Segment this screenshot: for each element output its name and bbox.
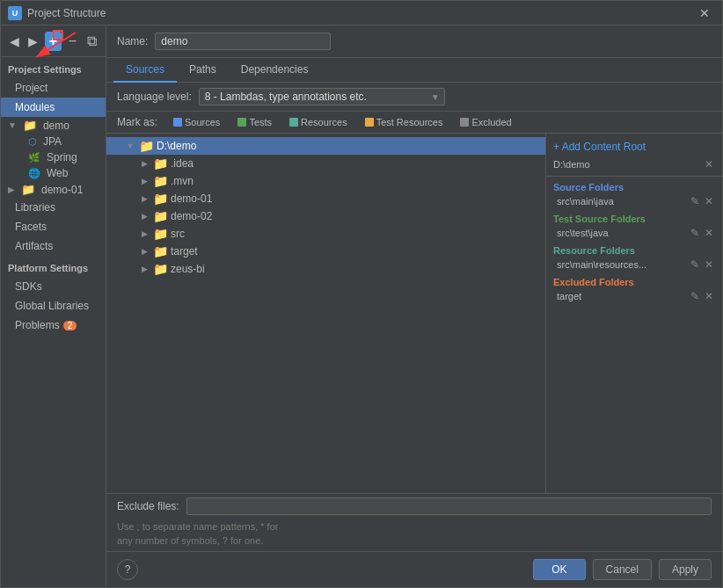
main-content: ◀ ▶ + − ⧉ Project Settings	[1, 25, 722, 587]
folder-icon-demo02: 📁	[153, 209, 168, 223]
remove-module-button[interactable]: −	[65, 32, 80, 51]
mark-sources-button[interactable]: Sources	[168, 115, 225, 129]
source-folder-actions: ✎ ✕	[689, 195, 715, 207]
resource-folder-remove-button[interactable]: ✕	[703, 258, 715, 271]
file-tree-panel: ▼ 📁 D:\demo ▶ 📁 .idea	[106, 134, 546, 493]
source-folders-header: Source Folders	[546, 177, 722, 194]
close-button[interactable]: ✕	[694, 4, 715, 22]
module-tree-web[interactable]: 🌐 Web	[1, 165, 106, 181]
mark-test-resources-button[interactable]: Test Resources	[360, 115, 449, 129]
source-folder-path: src\main\java	[557, 196, 614, 207]
exclude-label: Exclude files:	[117, 500, 179, 512]
sidebar-toolbar: ◀ ▶ + − ⧉	[1, 25, 106, 57]
tests-icon	[237, 118, 246, 127]
resource-folder-item: src\main\resources... ✎ ✕	[546, 258, 722, 272]
tree-node-root[interactable]: ▼ 📁 D:\demo	[106, 137, 545, 155]
test-source-folder-path: src\test\java	[557, 228, 609, 238]
mark-as-label: Mark as:	[117, 116, 157, 128]
lang-level-bar: Language level: 8 - Lambdas, type annota…	[106, 83, 722, 112]
problems-badge: 2	[63, 321, 77, 330]
test-folder-edit-button[interactable]: ✎	[689, 227, 701, 239]
mark-tests-button[interactable]: Tests	[232, 115, 277, 129]
tree-node-zeus-bi[interactable]: ▶ 📁 zeus-bi	[106, 260, 545, 278]
tab-paths[interactable]: Paths	[177, 58, 229, 83]
copy-module-button[interactable]: ⧉	[84, 32, 100, 51]
tab-sources[interactable]: Sources	[113, 58, 177, 83]
add-module-button[interactable]: +	[45, 32, 62, 51]
tree-node-demo02[interactable]: ▶ 📁 demo-02	[106, 207, 545, 225]
test-source-folder-actions: ✎ ✕	[689, 227, 715, 239]
tree-toggle-zeus-bi[interactable]: ▶	[138, 263, 150, 275]
test-source-folders-header: Test Source Folders	[546, 208, 722, 226]
language-level-wrapper: 8 - Lambdas, type annotations etc. 11 - …	[199, 88, 445, 105]
sidebar-item-problems[interactable]: Problems 2	[1, 316, 106, 335]
root-path-text: D:\demo	[553, 159, 590, 170]
title-bar: U Project Structure ✕	[1, 1, 722, 25]
module-tree-spring[interactable]: 🌿 Spring	[1, 149, 106, 165]
sidebar-item-sdks[interactable]: SDKs	[1, 277, 106, 296]
mark-excluded-button[interactable]: Excluded	[455, 115, 516, 129]
excluded-folder-path: target	[557, 291, 581, 301]
tree-toggle-src[interactable]: ▶	[138, 228, 150, 240]
mark-resources-button[interactable]: Resources	[284, 115, 353, 129]
exclude-input[interactable]	[186, 497, 712, 515]
language-level-select[interactable]: 8 - Lambdas, type annotations etc. 11 - …	[199, 88, 445, 105]
dialog-title: Project Structure	[27, 7, 694, 19]
tree-node-idea[interactable]: ▶ 📁 .idea	[106, 155, 545, 172]
name-bar: Name:	[106, 25, 722, 58]
module-tree-demo[interactable]: ▼ 📁 demo	[1, 117, 106, 134]
module-tree-demo-01[interactable]: ▶ 📁 demo-01	[1, 181, 106, 198]
sidebar-item-facets[interactable]: Facets	[1, 217, 106, 236]
source-folder-item: src\main\java ✎ ✕	[546, 194, 722, 208]
tree-node-mvn[interactable]: ▶ 📁 .mvn	[106, 172, 545, 190]
tree-toggle-mvn[interactable]: ▶	[138, 175, 150, 187]
nav-forward-button[interactable]: ▶	[25, 33, 41, 50]
tree-node-demo01[interactable]: ▶ 📁 demo-01	[106, 190, 545, 207]
source-folder-remove-button[interactable]: ✕	[703, 195, 715, 207]
folder-icon-mvn: 📁	[153, 174, 168, 188]
tree-toggle-root[interactable]: ▼	[124, 140, 136, 152]
content-root-path: D:\demo ✕	[546, 156, 722, 177]
tree-toggle-idea[interactable]: ▶	[138, 157, 150, 170]
excluded-icon	[460, 118, 469, 127]
tree-toggle-target[interactable]: ▶	[138, 245, 150, 258]
sidebar-item-libraries[interactable]: Libraries	[1, 198, 106, 217]
excluded-folder-remove-button[interactable]: ✕	[703, 290, 715, 302]
sidebar: ◀ ▶ + − ⧉ Project Settings	[1, 25, 106, 587]
folder-icon-src: 📁	[153, 227, 168, 241]
cancel-button[interactable]: Cancel	[593, 559, 652, 580]
sidebar-item-modules[interactable]: Modules	[1, 98, 106, 117]
apply-button[interactable]: Apply	[659, 559, 712, 580]
tab-dependencies[interactable]: Dependencies	[229, 58, 321, 83]
sidebar-item-project[interactable]: Project	[1, 78, 106, 98]
project-settings-label: Project Settings	[1, 57, 106, 78]
help-button[interactable]: ?	[117, 559, 138, 580]
excluded-folders-header: Excluded Folders	[546, 272, 722, 289]
resource-folder-path: src\main\resources...	[557, 259, 646, 270]
test-source-folder-item: src\test\java ✎ ✕	[546, 226, 722, 240]
source-folder-edit-button[interactable]: ✎	[689, 195, 701, 207]
button-bar: ? OK Cancel Apply	[106, 551, 722, 587]
tree-node-target[interactable]: ▶ 📁 target	[106, 243, 545, 260]
excluded-folder-actions: ✎ ✕	[689, 290, 715, 302]
sidebar-item-artifacts[interactable]: Artifacts	[1, 236, 106, 256]
resource-folder-actions: ✎ ✕	[689, 258, 715, 271]
tree-toggle-demo01[interactable]: ▶	[138, 192, 150, 205]
module-tree-jpa[interactable]: ⬡ JPA	[1, 134, 106, 149]
resource-folder-edit-button[interactable]: ✎	[689, 258, 701, 271]
folder-icon-idea: 📁	[153, 156, 168, 171]
add-content-root-button[interactable]: + Add Content Root	[546, 134, 722, 156]
tree-node-src[interactable]: ▶ 📁 src	[106, 225, 545, 243]
mark-as-bar: Mark as: Sources Tests Resources Test Re…	[106, 112, 722, 134]
name-input[interactable]	[155, 33, 331, 50]
folder-icon-demo01: 📁	[153, 192, 168, 206]
ok-button[interactable]: OK	[533, 559, 585, 580]
tree-toggle-demo02[interactable]: ▶	[138, 210, 150, 222]
excluded-folder-edit-button[interactable]: ✎	[689, 290, 701, 302]
sidebar-item-global-libraries[interactable]: Global Libraries	[1, 296, 106, 316]
nav-back-button[interactable]: ◀	[6, 33, 23, 50]
test-folder-remove-button[interactable]: ✕	[703, 227, 715, 239]
root-close-button[interactable]: ✕	[703, 158, 715, 171]
language-level-label: Language level:	[117, 91, 192, 103]
resource-folders-header: Resource Folders	[546, 240, 722, 258]
